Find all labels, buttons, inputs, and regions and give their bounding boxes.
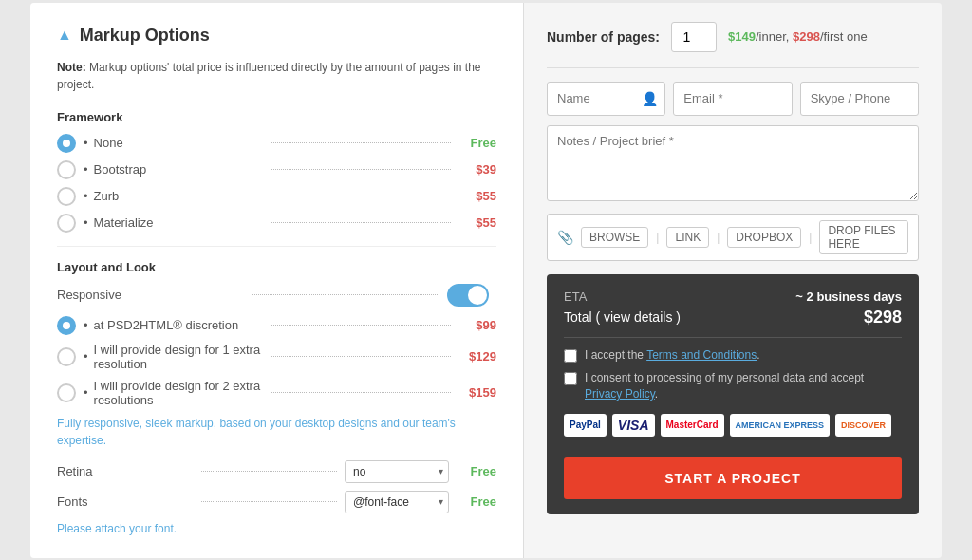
radio-materialize[interactable] bbox=[57, 214, 76, 233]
dots bbox=[271, 356, 452, 357]
radio-2res[interactable] bbox=[57, 383, 76, 402]
pages-input[interactable] bbox=[671, 22, 717, 52]
privacy-text: I consent to processing of my personal d… bbox=[585, 370, 902, 402]
responsive-row: Responsive bbox=[57, 284, 496, 307]
link-button[interactable]: LINK bbox=[666, 227, 709, 248]
drop-files-button[interactable]: DROP FILES HERE bbox=[819, 220, 908, 254]
dots bbox=[201, 471, 338, 472]
visa-icon: VISA bbox=[612, 414, 655, 437]
dots bbox=[271, 392, 452, 393]
right-panel: Number of pages: $149/inner, $298/first … bbox=[524, 3, 942, 558]
dots bbox=[271, 325, 452, 326]
chevron-up-icon: ▲ bbox=[57, 27, 72, 44]
option-label-zurb: Zurb bbox=[84, 189, 264, 203]
framework-title: Framework bbox=[57, 110, 496, 124]
section-header: ▲ Markup Options bbox=[57, 26, 496, 46]
attach-font-link[interactable]: Please attach your font. bbox=[57, 522, 177, 535]
eta-row: ETA ~ 2 business days bbox=[564, 289, 902, 304]
responsive-toggle[interactable] bbox=[447, 284, 489, 307]
retina-row: Retina no yes Free bbox=[57, 460, 496, 483]
option-label-1res: I will provide design for 1 extra resolu… bbox=[84, 343, 264, 371]
terms-link[interactable]: Terms and Conditions bbox=[646, 348, 757, 362]
section-title: Markup Options bbox=[80, 26, 210, 46]
dots bbox=[271, 142, 452, 143]
total-value: $298 bbox=[864, 308, 902, 327]
divider: | bbox=[656, 231, 659, 244]
retina-price: Free bbox=[458, 464, 496, 478]
option-label-bootstrap: Bootstrap bbox=[84, 162, 264, 177]
dots bbox=[201, 501, 338, 502]
fonts-price: Free bbox=[458, 495, 496, 509]
privacy-checkbox[interactable] bbox=[564, 372, 577, 385]
radio-zurb[interactable] bbox=[57, 187, 76, 206]
notes-wrapper bbox=[547, 125, 919, 204]
email-input[interactable] bbox=[673, 82, 792, 116]
note-text: Note: Markup options' total price is inf… bbox=[57, 59, 496, 93]
option-price-materialize: $55 bbox=[458, 215, 496, 230]
layout-option-1res[interactable]: I will provide design for 1 extra resolu… bbox=[57, 343, 496, 371]
browse-button[interactable]: BROWSE bbox=[581, 227, 648, 248]
dots bbox=[252, 294, 440, 295]
layout-option-2res[interactable]: I will provide design for 2 extra resolu… bbox=[57, 379, 496, 407]
total-row: Total ( view details ) $298 bbox=[564, 308, 902, 327]
terms-checkbox[interactable] bbox=[564, 349, 577, 363]
pages-price: $149/inner, $298/first one bbox=[728, 29, 868, 44]
notes-textarea[interactable] bbox=[547, 125, 919, 201]
option-price-1res: $129 bbox=[458, 349, 496, 364]
pages-price-inner: $149 bbox=[728, 29, 756, 44]
retina-label: Retina bbox=[57, 464, 194, 478]
layout-option-discretion[interactable]: at PSD2HTML® discretion $99 bbox=[57, 316, 496, 335]
skype-wrapper bbox=[800, 82, 919, 116]
radio-none[interactable] bbox=[57, 134, 76, 153]
contact-form-row: 👤 bbox=[547, 82, 919, 116]
name-wrapper: 👤 bbox=[547, 82, 665, 116]
privacy-checkbox-row: I consent to processing of my personal d… bbox=[564, 370, 902, 402]
dropbox-button[interactable]: DROPBOX bbox=[727, 227, 801, 248]
mastercard-icon: MasterCard bbox=[661, 414, 724, 437]
privacy-link[interactable]: Privacy Policy bbox=[585, 387, 655, 401]
eta-value: ~ 2 business days bbox=[795, 289, 902, 304]
option-price-bootstrap: $39 bbox=[458, 162, 496, 177]
framework-option-zurb[interactable]: Zurb $55 bbox=[57, 187, 496, 206]
radio-1res[interactable] bbox=[57, 347, 76, 366]
dots bbox=[271, 169, 452, 170]
terms-text: I accept the Terms and Conditions. bbox=[585, 347, 760, 364]
divider: | bbox=[717, 231, 720, 244]
terms-checkbox-row: I accept the Terms and Conditions. bbox=[564, 347, 902, 364]
radio-bootstrap[interactable] bbox=[57, 160, 76, 179]
dots bbox=[271, 222, 452, 223]
option-price-2res: $159 bbox=[458, 385, 496, 400]
pages-label: Number of pages: bbox=[547, 29, 660, 45]
responsive-label: Responsive bbox=[57, 288, 245, 302]
radio-discretion[interactable] bbox=[57, 316, 76, 335]
framework-option-materialize[interactable]: Materialize $55 bbox=[57, 214, 496, 233]
total-label: Total ( view details ) bbox=[564, 309, 681, 325]
pages-price-first: $298 bbox=[793, 29, 820, 44]
fonts-dropdown-wrapper: @font-face Google Fonts none bbox=[345, 491, 449, 513]
dots bbox=[271, 196, 452, 196]
retina-select[interactable]: no yes bbox=[345, 460, 449, 483]
amex-icon: AMERICAN EXPRESS bbox=[730, 414, 831, 437]
option-price-discretion: $99 bbox=[458, 318, 496, 332]
discover-icon: DISCOVER bbox=[835, 414, 891, 437]
pages-row: Number of pages: $149/inner, $298/first … bbox=[547, 22, 919, 52]
layout-info-text: Fully responsive, sleek markup, based on… bbox=[57, 415, 496, 449]
option-price-none: Free bbox=[458, 136, 496, 150]
framework-option-bootstrap[interactable]: Bootstrap $39 bbox=[57, 160, 496, 179]
option-label-materialize: Materialize bbox=[84, 215, 264, 230]
framework-option-none[interactable]: None Free bbox=[57, 134, 496, 153]
left-panel: ▲ Markup Options Note: Markup options' t… bbox=[30, 3, 524, 558]
fonts-select[interactable]: @font-face Google Fonts none bbox=[345, 491, 449, 513]
option-label-2res: I will provide design for 2 extra resolu… bbox=[84, 379, 264, 407]
option-label-none: None bbox=[84, 136, 264, 150]
skype-input[interactable] bbox=[800, 82, 919, 116]
user-icon: 👤 bbox=[642, 91, 658, 106]
payment-icons: PayPal VISA MasterCard AMERICAN EXPRESS … bbox=[564, 414, 902, 437]
paypal-icon: PayPal bbox=[564, 414, 607, 437]
option-price-zurb: $55 bbox=[458, 189, 496, 203]
start-project-button[interactable]: START A PROJECT bbox=[564, 457, 902, 499]
fonts-label: Fonts bbox=[57, 495, 194, 509]
eta-label: ETA bbox=[564, 289, 587, 304]
fonts-row: Fonts @font-face Google Fonts none Free bbox=[57, 491, 496, 513]
option-label-discretion: at PSD2HTML® discretion bbox=[84, 318, 264, 332]
